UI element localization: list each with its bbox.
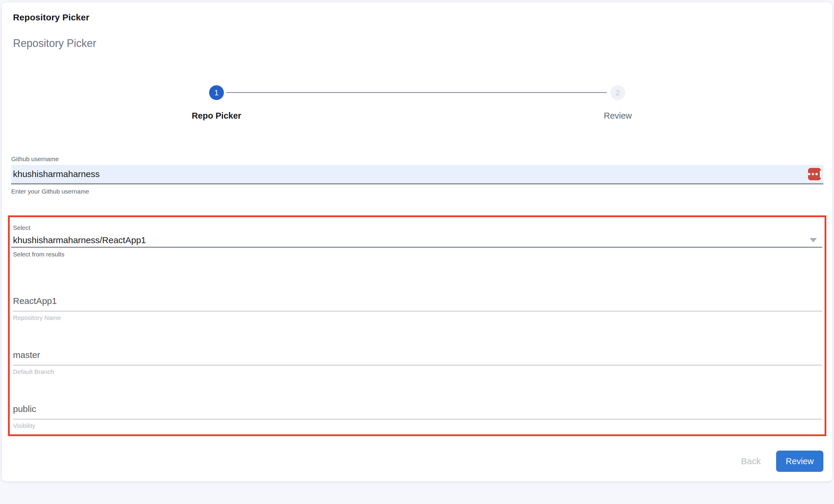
chevron-down-icon[interactable]: [810, 238, 817, 242]
lastpass-dot: [808, 173, 810, 175]
repo-select-dropdown[interactable]: khushisharmaharness/ReactApp1: [11, 234, 822, 248]
lastpass-dot: [812, 173, 814, 175]
visibility-field: public Visibility: [13, 404, 822, 429]
repo-select-label: Select: [11, 224, 822, 231]
step-2-circle[interactable]: 2: [611, 85, 625, 100]
username-input[interactable]: khushisharmaharness: [11, 165, 824, 184]
repo-details-highlight-box: Select khushisharmaharness/ReactApp1 Sel…: [8, 215, 826, 436]
repository-name-field: ReactApp1 Repository Name: [13, 296, 822, 321]
default-branch-value[interactable]: master: [13, 350, 822, 366]
step-2-number: 2: [616, 88, 620, 97]
page-subtitle: Repository Picker: [13, 37, 96, 50]
username-field-group: Github username khushisharmaharness Ente…: [11, 156, 824, 195]
repository-picker-card: Repository Picker Repository Picker 1 2 …: [2, 2, 832, 481]
step-1-number: 1: [214, 88, 219, 97]
visibility-value[interactable]: public: [13, 404, 822, 420]
lastpass-bar: [820, 170, 821, 178]
review-button[interactable]: Review: [776, 451, 824, 472]
step-1-circle[interactable]: 1: [209, 85, 224, 100]
lastpass-icon[interactable]: [808, 168, 821, 180]
step-1-label: Repo Picker: [192, 111, 241, 121]
repo-select-group: Select khushisharmaharness/ReactApp1 Sel…: [11, 224, 822, 258]
back-button[interactable]: Back: [741, 456, 761, 466]
repo-select-value: khushisharmaharness/ReactApp1: [13, 235, 146, 245]
username-helper-text: Enter your Github username: [11, 188, 824, 195]
lastpass-dot: [815, 173, 818, 175]
username-value: khushisharmaharness: [13, 169, 100, 179]
stepper-connector-line: [226, 92, 607, 93]
repository-name-label: Repository Name: [13, 314, 822, 321]
visibility-label: Visibility: [13, 422, 822, 429]
default-branch-label: Default Branch: [13, 368, 822, 375]
window-title: Repository Picker: [13, 13, 89, 22]
default-branch-field: master Default Branch: [13, 350, 822, 375]
username-label: Github username: [11, 156, 824, 163]
repository-name-value[interactable]: ReactApp1: [13, 296, 822, 312]
step-2-label: Review: [603, 111, 632, 121]
repo-select-helper-text: Select from results: [11, 251, 822, 258]
wizard-footer: Back Review: [741, 451, 824, 472]
